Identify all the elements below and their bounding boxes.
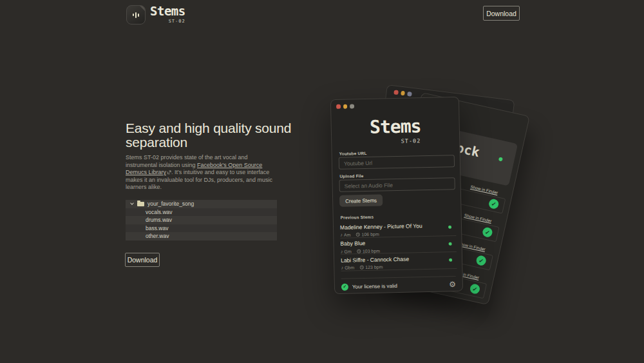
window-subtitle: ST-02 bbox=[401, 137, 421, 144]
zoom-window-icon[interactable] bbox=[350, 104, 354, 108]
check-circle-icon: ✓ bbox=[482, 226, 493, 238]
track-key: Am bbox=[344, 233, 351, 237]
tempo-icon bbox=[357, 249, 361, 253]
app-logo: Stems ST-02 bbox=[126, 5, 185, 25]
window-controls bbox=[336, 104, 354, 108]
music-note-icon: ♪ bbox=[341, 265, 343, 271]
fold-corner-decoration bbox=[139, 5, 146, 12]
file-name: other.wav bbox=[146, 233, 169, 239]
create-stems-button[interactable]: Create Stems bbox=[339, 194, 383, 206]
landing-page: Stems ST-02 Download Easy and high quali… bbox=[0, 0, 644, 363]
logo-title: Stems bbox=[150, 5, 185, 17]
status-dot bbox=[449, 259, 452, 262]
file-name: drums.wav bbox=[146, 217, 172, 223]
track-bpm: 106 bpm bbox=[361, 232, 379, 237]
tree-folder-row: your_favorite_song bbox=[126, 200, 277, 208]
previous-stems-list: Madeline Kenney - Picture Of You ♪Am 106… bbox=[340, 219, 457, 271]
header-download-button[interactable]: Download bbox=[483, 6, 520, 21]
check-circle-icon: ✓ bbox=[475, 255, 487, 266]
track-title: Madeline Kenney - Picture Of You bbox=[340, 222, 456, 231]
status-dot bbox=[498, 157, 503, 161]
stems-logo-icon bbox=[126, 5, 146, 25]
status-dot bbox=[448, 226, 451, 229]
tree-file-row: drums.wav bbox=[126, 216, 277, 224]
stems-app-window: Stems ST-02 Youtube URL Upload File Crea… bbox=[330, 97, 463, 294]
chevron-down-icon bbox=[130, 201, 134, 205]
music-note-icon: ♪ bbox=[340, 232, 343, 238]
license-status-text: Your license is valid bbox=[352, 283, 397, 289]
upload-file-input[interactable] bbox=[339, 177, 455, 192]
file-name: bass.wav bbox=[146, 225, 168, 231]
window-controls bbox=[393, 90, 412, 96]
close-window-icon[interactable] bbox=[336, 104, 341, 109]
track-list-item[interactable]: Baby Blue ♪Gm 103 bpm bbox=[340, 236, 456, 255]
window-title: Stems bbox=[331, 115, 459, 139]
track-key: Gm bbox=[344, 249, 351, 253]
track-title: Baby Blue bbox=[340, 238, 456, 247]
file-name: vocals.wav bbox=[146, 209, 173, 215]
check-circle-icon: ✓ bbox=[488, 198, 500, 210]
music-note-icon: ♪ bbox=[341, 248, 343, 254]
tree-file-row: bass.wav bbox=[126, 224, 277, 233]
check-circle-icon: ✓ bbox=[469, 283, 480, 295]
track-key: Gbm bbox=[345, 266, 354, 270]
external-link-icon bbox=[167, 170, 171, 175]
minimize-window-icon[interactable] bbox=[401, 91, 405, 95]
track-bpm: 103 bpm bbox=[363, 248, 380, 253]
hero-heading: Easy and high quality sound separation bbox=[126, 121, 299, 150]
tempo-icon bbox=[355, 232, 360, 237]
track-title: Labi Siffre - Cannock Chase bbox=[341, 255, 457, 264]
close-window-icon[interactable] bbox=[393, 90, 398, 94]
hero-paragraph: Stems ST-02 provides state of the art vo… bbox=[126, 154, 280, 191]
upload-file-label: Upload File bbox=[339, 173, 363, 179]
hero-download-button[interactable]: Download bbox=[125, 253, 160, 267]
license-footer: ✓ Your license is valid ⚙ bbox=[341, 276, 456, 295]
track-bpm: 123 bpm bbox=[365, 265, 383, 270]
tempo-icon bbox=[359, 265, 364, 270]
track-list-item[interactable]: Madeline Kenney - Picture Of You ♪Am 106… bbox=[340, 219, 456, 238]
folder-name: your_favorite_song bbox=[147, 201, 194, 207]
track-list-item[interactable]: Labi Siffre - Cannock Chase ♪Gbm 123 bpm bbox=[341, 252, 457, 271]
previous-stems-label: Previous Stems bbox=[341, 215, 374, 220]
status-dot bbox=[449, 242, 452, 246]
youtube-url-label: Youtube URL bbox=[339, 151, 367, 156]
folder-icon bbox=[137, 202, 144, 206]
settings-gear-icon[interactable]: ⚙ bbox=[449, 280, 456, 288]
license-check-icon: ✓ bbox=[341, 283, 348, 290]
zoom-window-icon[interactable] bbox=[407, 92, 412, 96]
logo-subtitle: ST-02 bbox=[169, 19, 185, 24]
youtube-url-input[interactable] bbox=[339, 155, 455, 170]
minimize-window-icon[interactable] bbox=[343, 104, 348, 109]
file-tree-illustration: your_favorite_song vocals.wav drums.wav … bbox=[126, 200, 277, 240]
tree-file-row: other.wav bbox=[126, 232, 277, 240]
tree-file-row: vocals.wav bbox=[126, 208, 277, 217]
